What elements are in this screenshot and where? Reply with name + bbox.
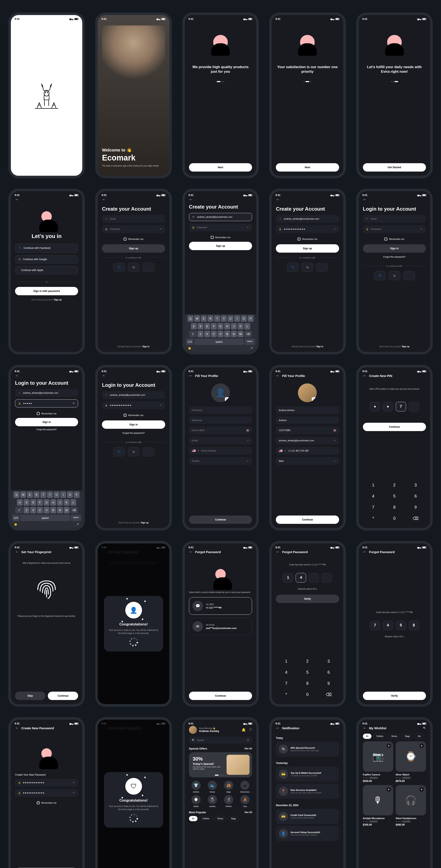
chip-clothes[interactable]: Clothes: [199, 816, 212, 821]
keypad-9[interactable]: 9: [318, 678, 339, 689]
signin-button[interactable]: Sign in: [363, 244, 426, 253]
product-card[interactable]: 🎧 Silent Headphones ★ 4.6 | 5,2k sold $4…: [396, 785, 426, 826]
keypad-2[interactable]: 2: [297, 656, 318, 666]
key-J[interactable]: J: [231, 323, 237, 330]
chip-shoes[interactable]: Shoes: [214, 816, 226, 821]
chip-bags[interactable]: Bags: [402, 734, 413, 739]
key-E[interactable]: E: [201, 315, 207, 322]
key-S[interactable]: S: [24, 499, 29, 506]
key-Q[interactable]: Q: [188, 315, 193, 322]
key-Y[interactable]: Y: [47, 492, 53, 498]
signup-link[interactable]: Don't have an account? Sign up: [15, 299, 78, 301]
notification-item[interactable]: 👤Account Setup Successful!Your account h…: [276, 826, 339, 841]
back-button[interactable]: ←: [189, 197, 252, 202]
notification-item[interactable]: 💳Top Up E-Wallet Successful!You have to …: [276, 767, 339, 782]
key-P[interactable]: P: [248, 315, 253, 322]
filter-icon[interactable]: ⚙: [247, 739, 249, 742]
key-Q[interactable]: Q: [13, 492, 20, 498]
notification-item[interactable]: 💳Credit Card Connected!Credit Card has b…: [276, 809, 339, 824]
key-O[interactable]: O: [241, 315, 247, 322]
keypad-0[interactable]: 0: [297, 689, 318, 700]
key-T[interactable]: T: [40, 492, 46, 498]
key-A[interactable]: A: [17, 499, 23, 506]
chip-all[interactable]: All: [189, 816, 198, 821]
more-icon[interactable]: ⋯: [337, 727, 339, 730]
back-button[interactable]: ←: [102, 374, 165, 378]
category-bags[interactable]: 👜Bags: [222, 781, 236, 793]
key-Z[interactable]: Z: [24, 507, 29, 514]
chip-clothes[interactable]: Clothes: [373, 734, 386, 739]
back-button[interactable]: ←: [102, 197, 165, 202]
continue-button[interactable]: Continue: [363, 423, 426, 431]
key-U[interactable]: U: [54, 492, 60, 498]
signup-button[interactable]: Sign up: [276, 244, 339, 253]
key-R[interactable]: R: [34, 492, 39, 498]
key-V[interactable]: V: [217, 331, 224, 337]
key-M[interactable]: M: [238, 331, 243, 337]
bell-icon[interactable]: 🔔: [242, 728, 246, 732]
back-button[interactable]: ←: [15, 197, 78, 202]
signin-button[interactable]: Sign in: [15, 418, 78, 426]
numeric-keypad[interactable]: 123456789*0⌫: [363, 480, 426, 524]
key-Y[interactable]: Y: [221, 315, 227, 322]
email-field[interactable]: Email✉: [189, 437, 252, 444]
key-U[interactable]: U: [228, 315, 233, 322]
search-input[interactable]: 🔍Search⚙: [189, 737, 252, 744]
product-card[interactable]: 🎙 Airtight Microphone ★ 4.9 | 6,6k sold …: [363, 785, 393, 826]
facebook-button[interactable]: ⓕ: [287, 262, 299, 272]
back-button[interactable]: ←: [15, 374, 78, 378]
key-D[interactable]: D: [204, 323, 210, 330]
apple-button[interactable]: [142, 262, 154, 272]
google-button[interactable]: G: [302, 262, 313, 272]
keypad-1[interactable]: 1: [363, 480, 383, 490]
key-M[interactable]: M: [64, 507, 70, 514]
next-button[interactable]: Next: [276, 163, 339, 172]
dob-field[interactable]: Date of Birth📅: [189, 427, 252, 434]
keypad-2[interactable]: 2: [384, 480, 405, 490]
key-S[interactable]: S: [198, 323, 203, 330]
heart-icon[interactable]: ♡: [249, 728, 252, 732]
continue-button[interactable]: Continue: [276, 516, 339, 524]
pin-input[interactable]: ● ● 7: [363, 402, 426, 411]
forgot-link[interactable]: Forgot the password?: [363, 255, 426, 258]
key-⌫[interactable]: ⌫: [244, 331, 252, 337]
password-field[interactable]: 🔒Password👁: [363, 225, 426, 233]
product-card[interactable]: ⌚ Silver Watch ★ 4.6 | 5,2k sold $875.00: [396, 741, 426, 782]
key-L[interactable]: L: [244, 323, 250, 330]
otp-input[interactable]: 1 4: [276, 573, 339, 583]
key-X[interactable]: X: [30, 507, 36, 514]
password-field[interactable]: 🔒Password👁: [102, 225, 165, 233]
key-E[interactable]: E: [27, 492, 33, 498]
search-icon[interactable]: 🔍: [423, 727, 426, 730]
keypad-6[interactable]: 6: [318, 667, 339, 678]
key-G[interactable]: G: [217, 323, 224, 330]
key-K[interactable]: K: [238, 323, 243, 330]
keypad-*[interactable]: *: [363, 513, 383, 524]
skip-button[interactable]: Skip: [15, 692, 45, 700]
continue-google[interactable]: GContinue with Google: [15, 255, 78, 264]
signup-button[interactable]: Sign up: [102, 244, 165, 253]
category-watch[interactable]: ⌚Watch: [189, 795, 203, 807]
keypad-5[interactable]: 5: [384, 491, 405, 501]
key-⌫[interactable]: ⌫: [70, 507, 78, 514]
mic-icon[interactable]: 🎤: [250, 347, 253, 350]
key-N[interactable]: N: [231, 331, 237, 337]
key-R[interactable]: R: [208, 315, 213, 322]
chip-ele[interactable]: Ele: [415, 734, 424, 739]
key-I[interactable]: I: [60, 492, 66, 498]
facebook-button[interactable]: ⓕ: [113, 262, 125, 272]
back-button[interactable]: ←: [363, 197, 426, 202]
chip-all[interactable]: All: [363, 734, 371, 739]
key-C[interactable]: C: [37, 507, 43, 514]
eye-icon[interactable]: 👁: [159, 228, 162, 230]
key-V[interactable]: V: [44, 507, 49, 514]
eye-icon[interactable]: 👁: [246, 226, 249, 228]
back-button[interactable]: ←: [276, 197, 339, 202]
next-button[interactable]: Next: [189, 163, 252, 172]
key-F[interactable]: F: [37, 499, 43, 506]
key-X[interactable]: X: [204, 331, 210, 337]
keyboard[interactable]: QWERTYUIOPASDFGHJKL⇧ZXCVBNM⌫ 123spaceret…: [185, 314, 256, 352]
key-D[interactable]: D: [30, 499, 36, 506]
gender-field[interactable]: Gender▾: [189, 457, 252, 465]
confirm-password-field[interactable]: 🔒●●●●●●●●●●●●👁: [15, 789, 78, 797]
